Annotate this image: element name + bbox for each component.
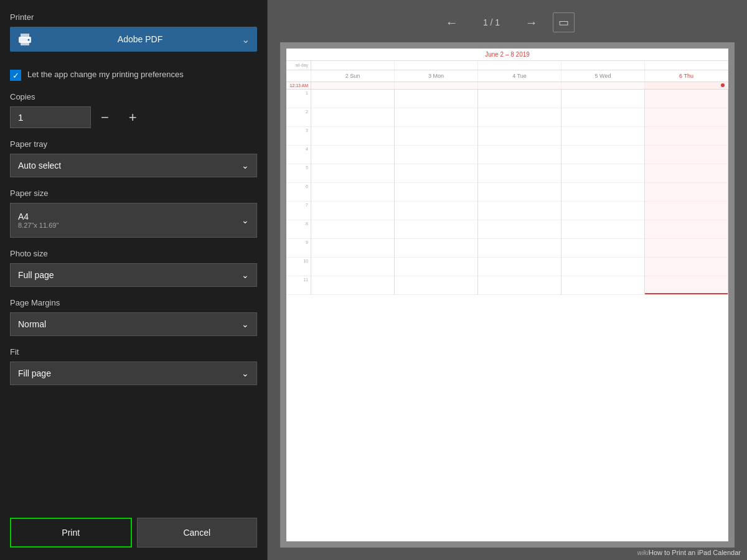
current-time-dot [721, 83, 725, 87]
photo-size-section: Photo size Full page ⌄ [10, 249, 257, 287]
printing-prefs-label: Let the app change my printing preferenc… [27, 69, 184, 80]
paper-size-dropdown[interactable]: A4 8.27"x 11.69" ⌄ [10, 203, 257, 238]
time-slot-4: 4 [286, 146, 311, 164]
photo-size-chevron-icon: ⌄ [242, 270, 249, 280]
page-margins-dropdown[interactable]: Normal ⌄ [10, 312, 257, 336]
print-button[interactable]: Print [10, 518, 132, 548]
time-cell-tue [478, 82, 561, 89]
watermark: wikiHow to Print an iPad Calendar [637, 549, 741, 556]
copies-input[interactable] [10, 106, 91, 128]
fit-value: Fill page [18, 368, 51, 378]
paper-tray-chevron-icon: ⌄ [242, 161, 249, 170]
fit-dropdown[interactable]: Fill page ⌄ [10, 362, 257, 385]
svg-point-3 [28, 39, 30, 41]
allday-cell-thu [645, 61, 728, 70]
page-margins-value: Normal [18, 319, 46, 329]
watermark-wiki: wiki [637, 549, 649, 556]
printer-chevron-icon: ⌄ [242, 34, 250, 45]
allday-cell-sun [311, 61, 395, 70]
paper-tray-value: Auto select [18, 161, 61, 170]
printing-prefs-row[interactable]: ✓ Let the app change my printing prefere… [10, 69, 257, 81]
calendar-body: 1 2 3 4 5 6 7 8 9 10 11 [286, 90, 728, 295]
page-margins-label: Page Margins [10, 298, 257, 307]
time-cell-wed [561, 82, 645, 89]
print-settings-panel: Printer Adobe PDF ⌄ ✓ Let the app change… [0, 0, 268, 560]
time-slot-5: 5 [286, 164, 311, 183]
svg-rect-2 [21, 41, 29, 45]
printer-icon [17, 33, 32, 45]
allday-label: all-day [286, 61, 311, 70]
copies-section: Copies − + [10, 92, 257, 128]
page-margins-chevron-icon: ⌄ [242, 319, 249, 329]
cancel-button[interactable]: Cancel [137, 518, 258, 548]
time-indicator-row: 12:13 AM [286, 82, 728, 90]
time-slot-9: 9 [286, 239, 311, 258]
prev-page-button[interactable]: ← [441, 13, 463, 32]
paper-size-chevron-icon: ⌄ [242, 215, 249, 225]
calendar-preview: June 2 – 8 2019 all-day 2 Sun 3 Mon 4 [286, 49, 728, 541]
time-column: 1 2 3 4 5 6 7 8 9 10 11 [286, 90, 311, 295]
svg-rect-1 [21, 34, 29, 38]
fit-section: Fit Fill page ⌄ [10, 347, 257, 385]
current-time-line [645, 293, 728, 294]
day-header-thu: 6 Thu [645, 70, 728, 82]
print-preview-panel: ← 1 / 1 → ▭ June 2 – 8 2019 all-day [268, 0, 747, 560]
page-margins-section: Page Margins Normal ⌄ [10, 298, 257, 336]
photo-size-dropdown[interactable]: Full page ⌄ [10, 263, 257, 287]
day-col-mon [395, 90, 478, 295]
printing-prefs-checkbox[interactable]: ✓ [10, 70, 21, 81]
allday-row: all-day [286, 61, 728, 70]
time-cell-sun [311, 82, 395, 89]
time-slot-2: 2 [286, 108, 311, 127]
empty-header-cell [286, 70, 311, 82]
allday-cell-mon [395, 61, 478, 70]
day-header-sun: 2 Sun [311, 70, 395, 82]
paper-size-label: Paper size [10, 189, 257, 198]
calendar-header: June 2 – 8 2019 [286, 49, 728, 61]
printer-name: Adobe PDF [39, 34, 242, 44]
time-slot-10: 10 [286, 258, 311, 276]
day-col-wed [561, 90, 645, 295]
paper-size-sub: 8.27"x 11.69" [18, 222, 59, 229]
next-page-button[interactable]: → [520, 13, 543, 32]
allday-cell-tue [478, 61, 561, 70]
paper-size-value: A4 [18, 212, 59, 222]
page-counter: 1 / 1 [473, 17, 510, 27]
time-cell-thu [645, 82, 728, 89]
copies-label: Copies [10, 92, 257, 101]
time-slot-8: 8 [286, 220, 311, 239]
copies-plus-button[interactable]: + [119, 108, 147, 127]
preview-container: June 2 – 8 2019 all-day 2 Sun 3 Mon 4 [280, 42, 735, 548]
day-header-tue: 4 Tue [478, 70, 561, 82]
printer-dropdown[interactable]: Adobe PDF ⌄ [10, 27, 257, 52]
preview-navigation: ← 1 / 1 → ▭ [441, 12, 575, 32]
allday-cell-wed [561, 61, 645, 70]
printer-label: Printer [10, 12, 257, 22]
paper-size-section: Paper size A4 8.27"x 11.69" ⌄ [10, 189, 257, 238]
fit-chevron-icon: ⌄ [242, 368, 249, 378]
action-buttons: Print Cancel [10, 510, 257, 548]
paper-tray-dropdown[interactable]: Auto select ⌄ [10, 154, 257, 177]
time-slot-1: 1 [286, 90, 311, 108]
time-slot-11: 11 [286, 276, 311, 295]
fit-label: Fit [10, 347, 257, 357]
paper-tray-label: Paper tray [10, 139, 257, 149]
day-col-sun [311, 90, 395, 295]
day-header-mon: 3 Mon [395, 70, 478, 82]
time-slot-3: 3 [286, 127, 311, 146]
copies-minus-button[interactable]: − [91, 108, 119, 127]
copies-row: − + [10, 106, 257, 128]
watermark-text: How to Print an iPad Calendar [649, 549, 741, 556]
day-col-thu [645, 90, 728, 295]
photo-size-label: Photo size [10, 249, 257, 258]
printer-section: Printer Adobe PDF ⌄ [10, 12, 257, 52]
time-slot-6: 6 [286, 183, 311, 202]
photo-size-value: Full page [18, 270, 54, 280]
days-header: 2 Sun 3 Mon 4 Tue 5 Wed 6 Thu [286, 70, 728, 82]
paper-tray-section: Paper tray Auto select ⌄ [10, 139, 257, 177]
day-header-wed: 5 Wed [561, 70, 645, 82]
time-slot-7: 7 [286, 202, 311, 220]
time-indicator-label: 12:13 AM [286, 82, 311, 89]
time-cell-mon [395, 82, 478, 89]
fit-to-page-button[interactable]: ▭ [553, 12, 575, 32]
